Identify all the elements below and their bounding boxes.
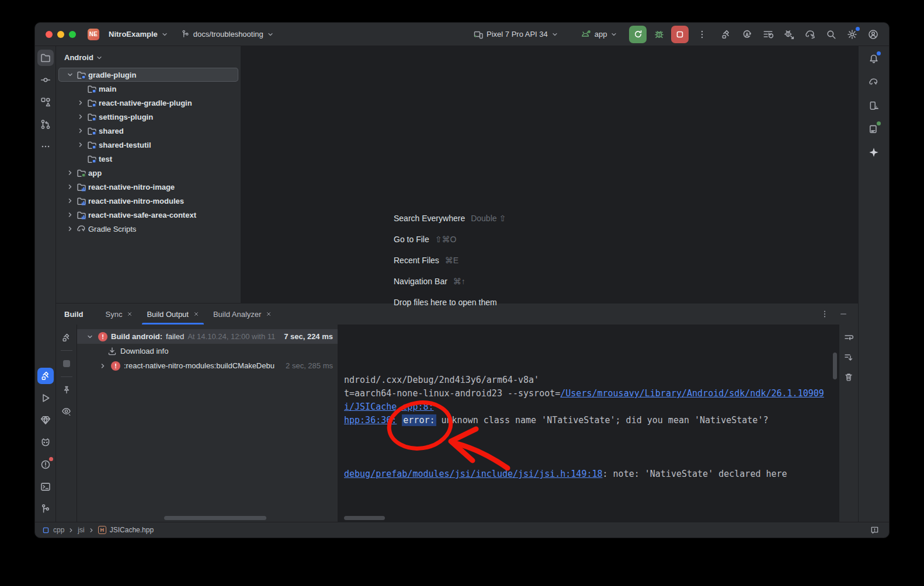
console-line bbox=[344, 454, 839, 468]
build-output-console[interactable]: ndroid/.cxx/Debug/2nd4i3y6/arm64-v8a' t=… bbox=[338, 325, 839, 522]
clear-all-button[interactable] bbox=[842, 370, 856, 384]
settings-button[interactable] bbox=[843, 26, 861, 43]
build-result-title: Build android: bbox=[111, 332, 162, 341]
close-window-button[interactable] bbox=[46, 31, 53, 38]
gradle-sync-button[interactable] bbox=[801, 26, 819, 43]
event-log-button[interactable] bbox=[868, 524, 881, 536]
chevron-right-icon[interactable] bbox=[65, 196, 75, 205]
branch-selector[interactable]: docs/troubleshooting bbox=[178, 27, 277, 41]
stop-build-button[interactable] bbox=[58, 355, 75, 372]
soft-wrap-button[interactable] bbox=[842, 330, 856, 344]
module-folder-icon bbox=[77, 70, 86, 80]
horizontal-scrollbar[interactable] bbox=[164, 516, 266, 520]
shapes-icon bbox=[40, 97, 51, 107]
download-info-row[interactable]: Download info bbox=[77, 344, 338, 358]
chevron-right-icon[interactable] bbox=[65, 210, 75, 219]
failed-task-row[interactable]: ! :react-native-nitro-modules:buildCMake… bbox=[77, 358, 338, 373]
tab-build-analyzer[interactable]: Build Analyzer bbox=[206, 304, 279, 325]
breadcrumb-item[interactable]: JSICache.hpp bbox=[110, 526, 154, 534]
gem-icon bbox=[40, 415, 51, 425]
tab-build-output[interactable]: Build Output bbox=[140, 304, 206, 325]
stop-icon bbox=[63, 360, 70, 367]
notifications-tool-button[interactable] bbox=[866, 51, 882, 67]
breadcrumb-item[interactable]: jsi bbox=[78, 526, 84, 534]
file-link[interactable]: i/JSICache.cpp:8: bbox=[344, 402, 434, 412]
more-actions-button[interactable] bbox=[693, 26, 711, 43]
minimize-window-button[interactable] bbox=[57, 31, 64, 38]
device-manager-tool-button[interactable] bbox=[866, 97, 882, 114]
debug-button[interactable] bbox=[650, 26, 668, 43]
gemini-tool-button[interactable] bbox=[866, 144, 882, 161]
close-icon[interactable] bbox=[127, 311, 133, 317]
rerun-button[interactable] bbox=[629, 26, 647, 43]
file-link[interactable]: /Users/mrousavy/Library/Android/sdk/ndk/… bbox=[560, 388, 824, 399]
build-variants-button[interactable] bbox=[759, 26, 777, 43]
hide-panel-button[interactable] bbox=[837, 308, 850, 320]
pull-requests-tool-button[interactable] bbox=[37, 116, 54, 132]
toolbar-separator bbox=[61, 350, 72, 351]
chevron-right-icon[interactable] bbox=[76, 140, 85, 149]
attach-debugger-button[interactable] bbox=[780, 26, 798, 43]
tree-item-main[interactable]: main bbox=[58, 82, 238, 96]
vertical-scrollbar[interactable] bbox=[833, 353, 837, 379]
file-link[interactable]: debug/prefab/modules/jsi/include/jsi/jsi… bbox=[344, 469, 603, 479]
problems-tool-button[interactable] bbox=[37, 456, 54, 473]
logcat-tool-button[interactable] bbox=[37, 434, 54, 451]
chevron-right-icon[interactable] bbox=[76, 112, 85, 121]
terminal-tool-button[interactable] bbox=[37, 479, 54, 495]
apply-changes-button[interactable] bbox=[738, 26, 756, 43]
breadcrumb-item[interactable]: cpp bbox=[53, 526, 64, 534]
filter-view-button[interactable] bbox=[58, 403, 75, 419]
run-tool-button[interactable] bbox=[37, 390, 54, 406]
tree-item-react-native-safe-area-context[interactable]: react-native-safe-area-context bbox=[58, 208, 238, 222]
tree-item-gradle-plugin[interactable]: gradle-plugin bbox=[58, 68, 238, 82]
chevron-down-icon[interactable] bbox=[85, 332, 95, 341]
tree-item-react-native-nitro-image[interactable]: react-native-nitro-image bbox=[58, 180, 238, 194]
horizontal-scrollbar[interactable] bbox=[344, 516, 385, 520]
file-link[interactable]: hpp:36:36: bbox=[344, 415, 397, 425]
close-icon[interactable] bbox=[193, 311, 199, 317]
project-tool-button[interactable] bbox=[37, 50, 54, 66]
chevron-right-icon[interactable] bbox=[76, 126, 85, 135]
stop-button[interactable] bbox=[671, 26, 689, 43]
chevron-right-icon[interactable] bbox=[76, 98, 85, 107]
project-view-selector[interactable]: Android bbox=[56, 51, 241, 68]
tree-item-shared[interactable]: shared bbox=[58, 124, 238, 138]
chevron-right-icon[interactable] bbox=[98, 361, 107, 371]
build-tool-button[interactable] bbox=[37, 368, 54, 384]
search-everywhere-button[interactable] bbox=[822, 26, 840, 43]
commit-tool-button[interactable] bbox=[37, 72, 54, 88]
resource-manager-tool-button[interactable] bbox=[37, 94, 54, 110]
tree-item-settings-plugin[interactable]: settings-plugin bbox=[58, 110, 238, 124]
pin-tab-button[interactable] bbox=[58, 382, 75, 398]
tree-item-gradle-scripts[interactable]: Gradle Scripts bbox=[58, 222, 238, 236]
shortcut-row: Navigation Bar ⌘↑ bbox=[394, 271, 506, 292]
restart-build-button[interactable] bbox=[58, 329, 75, 346]
module-folder-icon bbox=[87, 154, 97, 164]
device-selector[interactable]: Pixel 7 Pro API 34 bbox=[470, 27, 562, 41]
zoom-window-button[interactable] bbox=[69, 31, 76, 38]
tree-item-react-native-gradle-plugin[interactable]: react-native-gradle-plugin bbox=[58, 96, 238, 110]
build-project-button[interactable] bbox=[717, 26, 735, 43]
version-control-tool-button[interactable] bbox=[37, 501, 54, 517]
run-config-selector[interactable]: app bbox=[577, 27, 621, 41]
running-devices-tool-button[interactable] bbox=[866, 121, 882, 137]
more-tools-button[interactable] bbox=[37, 138, 54, 155]
chevron-down-icon[interactable] bbox=[65, 70, 75, 79]
build-panel-options-button[interactable] bbox=[818, 308, 831, 320]
project-selector[interactable]: NitroExample bbox=[105, 27, 172, 41]
tree-item-shared-testutil[interactable]: shared-testutil bbox=[58, 138, 238, 152]
chevron-right-icon[interactable] bbox=[65, 224, 75, 233]
tree-item-app[interactable]: app bbox=[58, 166, 238, 180]
chevron-right-icon[interactable] bbox=[65, 168, 75, 177]
tree-item-test[interactable]: test bbox=[58, 152, 238, 166]
chevron-right-icon[interactable] bbox=[65, 182, 75, 191]
app-quality-insights-tool-button[interactable] bbox=[37, 412, 54, 428]
profile-button[interactable] bbox=[864, 26, 882, 43]
tree-item-react-native-nitro-modules[interactable]: react-native-nitro-modules bbox=[58, 194, 238, 208]
tab-sync[interactable]: Sync bbox=[99, 304, 140, 325]
scroll-to-end-button[interactable] bbox=[842, 350, 856, 364]
build-result-row[interactable]: ! Build android: failed At 14.10.24, 12:… bbox=[77, 329, 338, 344]
close-icon[interactable] bbox=[266, 311, 272, 317]
gradle-tool-button[interactable] bbox=[866, 74, 882, 90]
